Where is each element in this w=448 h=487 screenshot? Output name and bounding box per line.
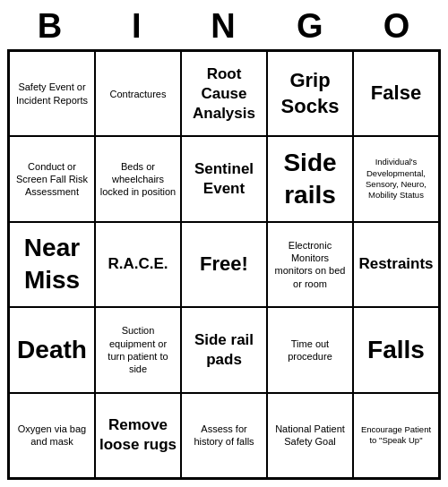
cell-13: Electronic Monitors monitors on bed or r… [267, 222, 353, 307]
cell-9: Individual's Developmental, Sensory, Neu… [353, 136, 439, 221]
cell-16: Suction equipment or turn patient to sid… [95, 307, 181, 392]
cell-12: Free! [181, 222, 267, 307]
cell-7: Sentinel Event [181, 136, 267, 221]
letter-n: N [184, 7, 264, 46]
letter-b: B [10, 7, 90, 46]
cell-19: Falls [353, 307, 439, 392]
cell-22: Assess for history of falls [181, 393, 267, 478]
cell-23: National Patient Safety Goal [267, 393, 353, 478]
cell-24: Encourage Patient to "Speak Up" [353, 393, 439, 478]
cell-17: Side rail pads [181, 307, 267, 392]
cell-14: Restraints [353, 222, 439, 307]
cell-1: Contractures [95, 51, 181, 136]
cell-4: False [353, 51, 439, 136]
cell-8: Side rails [267, 136, 353, 221]
letter-g: G [271, 7, 351, 46]
cell-15: Death [9, 307, 95, 392]
cell-10: Near Miss [9, 222, 95, 307]
cell-0: Safety Event or Incident Reports [9, 51, 95, 136]
cell-3: Grip Socks [267, 51, 353, 136]
cell-11: R.A.C.E. [95, 222, 181, 307]
cell-5: Conduct or Screen Fall Risk Assessment [9, 136, 95, 221]
letter-o: O [358, 7, 438, 46]
cell-21: Remove loose rugs [95, 393, 181, 478]
bingo-grid: Safety Event or Incident ReportsContract… [7, 49, 441, 480]
cell-20: Oxygen via bag and mask [9, 393, 95, 478]
letter-i: I [97, 7, 177, 46]
bingo-title: B I N G O [7, 7, 441, 46]
cell-6: Beds or wheelchairs locked in position [95, 136, 181, 221]
cell-2: Root Cause Analysis [181, 51, 267, 136]
cell-18: Time out procedure [267, 307, 353, 392]
